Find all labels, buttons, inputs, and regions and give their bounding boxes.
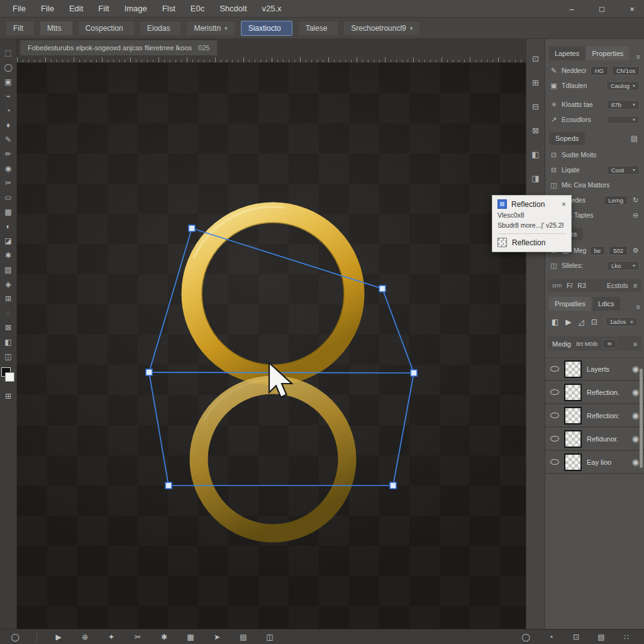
panel-menu-icon[interactable]: ≡	[636, 303, 640, 311]
selection-handle[interactable]	[390, 482, 396, 489]
close-icon[interactable]: ×	[626, 4, 638, 14]
maximize-icon[interactable]: □	[596, 4, 608, 14]
layer-target-icon[interactable]: ◉	[632, 434, 639, 443]
tool-icon[interactable]: ◪	[0, 233, 17, 248]
tool-icon[interactable]: ♦	[0, 118, 17, 132]
tool-icon[interactable]: ⌁	[0, 89, 17, 103]
bottom-tool-icon[interactable]: ⊕	[80, 633, 90, 641]
layer-thumbnail[interactable]	[564, 407, 582, 425]
bottom-view-icon[interactable]: ⊡	[571, 633, 581, 641]
tool-icon[interactable]: ▣	[0, 74, 17, 89]
layer-row[interactable]: Layerts ◉	[545, 358, 644, 381]
bottom-view-icon[interactable]: ◯	[521, 633, 531, 641]
options-bar-item[interactable]: Siaxtiocto	[241, 21, 292, 36]
value-chip[interactable]: 502	[609, 246, 628, 255]
tool-icon[interactable]: ◯	[0, 60, 17, 74]
bottom-tool-icon[interactable]: ▦	[186, 633, 196, 641]
layer-thumbnail[interactable]	[564, 384, 582, 401]
close-icon[interactable]: ×	[630, 318, 633, 325]
options-bar-item[interactable]: Mtts	[40, 21, 72, 35]
popup-footer-label[interactable]: Reflection	[512, 238, 545, 247]
bottom-tool-icon[interactable]: ▶	[53, 633, 64, 641]
wedge-icon[interactable]: ◿	[579, 318, 584, 326]
value-chip[interactable]: HG	[591, 66, 608, 75]
tool-icon[interactable]: ◫	[0, 349, 17, 364]
panel-collapse-icon[interactable]: ⊟	[532, 102, 539, 111]
tool-icon[interactable]: ⬚	[0, 45, 17, 60]
visibility-eye-icon[interactable]	[550, 436, 559, 441]
dropdown[interactable]: ▾	[607, 116, 640, 124]
menu-item[interactable]: Flst	[155, 4, 183, 13]
minus-circle-icon[interactable]: ⊖	[631, 211, 640, 219]
options-bar-item[interactable]: Cospection	[79, 21, 134, 35]
tab-propatlies[interactable]: Propatlies	[549, 297, 591, 311]
menu-item[interactable]: Edit	[62, 4, 91, 13]
layer-target-icon[interactable]: ◉	[632, 457, 639, 467]
layer-row[interactable]: Refidunor. ◉	[545, 428, 644, 451]
options-bar-item[interactable]: Filt	[6, 21, 34, 35]
layer-target-icon[interactable]: ◉	[632, 387, 639, 397]
selection-handle[interactable]	[165, 482, 172, 489]
bottom-tool-icon[interactable]: ➤	[212, 633, 222, 641]
tool-icon[interactable]: ◐	[0, 219, 17, 233]
options-bar-item[interactable]: Talese	[299, 21, 338, 35]
layer-thumbnail[interactable]	[564, 453, 582, 471]
panel-menu-icon[interactable]: ≡	[636, 53, 640, 60]
layer-thumbnail[interactable]	[564, 360, 582, 378]
panel-menu-icon[interactable]: ≡	[633, 340, 637, 348]
menu-item[interactable]: E0c	[183, 4, 212, 13]
tool-icon[interactable]: ◈	[0, 277, 17, 291]
layer-target-icon[interactable]: ◉	[632, 411, 639, 420]
tool-icon[interactable]: ◌	[0, 306, 17, 320]
ramp-icon[interactable]: ◧	[552, 318, 558, 326]
color-swatches[interactable]	[1, 367, 16, 384]
background-color-swatch[interactable]	[5, 372, 14, 382]
panel-collapse-icon[interactable]: ◨	[531, 174, 539, 183]
tool-icon[interactable]: ⊞	[0, 389, 17, 403]
refresh-icon[interactable]: ↻	[631, 196, 640, 204]
selection-handle[interactable]	[379, 286, 386, 292]
minimize-icon[interactable]: –	[566, 4, 577, 14]
tool-icon[interactable]: ◔	[0, 103, 17, 118]
value-chip[interactable]: Ch/1os	[612, 66, 640, 75]
section-tab[interactable]: Sopeds	[549, 132, 585, 145]
tool-icon[interactable]: ▦	[0, 204, 17, 219]
bottom-tool-icon[interactable]: ✦	[106, 633, 116, 641]
dropdown[interactable]: 67b ▾	[607, 100, 640, 109]
tool-icon[interactable]: ✱	[0, 248, 17, 262]
bottom-tool-icon[interactable]: ◫	[265, 633, 275, 641]
tool-icon[interactable]: ◉	[0, 161, 17, 175]
record-circle-icon[interactable]: ◯	[10, 633, 20, 641]
visibility-eye-icon[interactable]	[550, 459, 559, 465]
tool-icon[interactable]: ✏	[0, 147, 17, 161]
menu-item[interactable]: Image	[117, 4, 155, 13]
tool-icon[interactable]: ✂	[0, 175, 17, 190]
bottom-tool-icon[interactable]: ✱	[159, 633, 169, 641]
tool-icon[interactable]: ▧	[0, 262, 17, 277]
gear-icon[interactable]: ⚙	[631, 247, 640, 255]
menu-item[interactable]: Filt	[91, 4, 116, 13]
dropdown[interactable]: Coot ▾	[607, 165, 640, 175]
menu-item[interactable]: Shcdolt	[212, 4, 254, 13]
dropdown[interactable]: Lko ▾	[607, 261, 640, 270]
play-icon[interactable]: ▶	[565, 318, 571, 326]
selection-handle[interactable]	[189, 225, 195, 231]
panel-options-icon[interactable]: ▤	[631, 134, 640, 143]
tool-icon[interactable]: ◧	[0, 335, 17, 349]
bottom-view-icon[interactable]: ▤	[596, 633, 606, 641]
value-chip[interactable]: Lemg	[604, 196, 628, 205]
tool-icon[interactable]: ▭	[0, 190, 17, 204]
visibility-eye-icon[interactable]	[550, 413, 559, 418]
close-icon[interactable]: ×	[562, 200, 566, 209]
options-bar-item[interactable]: Srechoetrouncl9 ▾	[344, 21, 419, 35]
bottom-view-icon[interactable]: ∷	[621, 633, 631, 641]
scrollbar[interactable]	[640, 369, 643, 468]
frames-chip[interactable]: 1ados ×	[606, 317, 638, 326]
layer-row[interactable]: Eay lioo ◉	[545, 451, 644, 474]
canvas[interactable]	[17, 55, 526, 629]
layer-thumbnail[interactable]	[564, 430, 582, 448]
selection-handle[interactable]	[411, 370, 417, 376]
visibility-eye-icon[interactable]	[550, 366, 559, 372]
layer-target-icon[interactable]: ◉	[632, 364, 639, 374]
tool-icon[interactable]: ⊞	[0, 291, 17, 306]
